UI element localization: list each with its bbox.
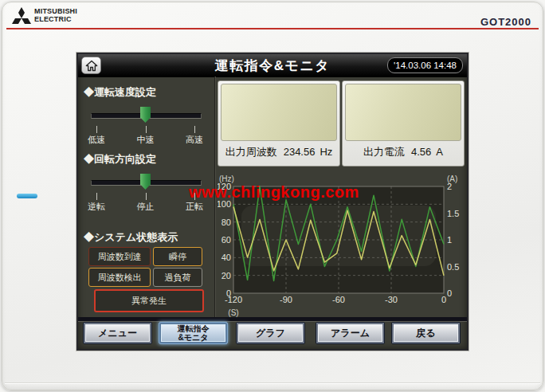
speed-slider-handle[interactable]	[140, 107, 151, 123]
datetime-display: '14.03.06 14:48	[387, 57, 463, 73]
status-lamp[interactable]: 瞬停	[153, 247, 202, 266]
svg-text:(A): (A)	[447, 174, 457, 183]
slider-tick-label[interactable]: 中速	[137, 134, 155, 146]
slider-tick-mark	[146, 193, 147, 200]
svg-text:-90: -90	[280, 295, 292, 304]
svg-text:60: 60	[222, 235, 231, 245]
slider-tick-mark	[96, 126, 97, 133]
status-lamp[interactable]: 周波数到達	[88, 247, 151, 266]
svg-text:40: 40	[222, 253, 231, 262]
slider-tick-label[interactable]: 低速	[88, 134, 105, 146]
svg-text:-120: -120	[225, 295, 242, 304]
slider-tick-mark	[96, 193, 97, 200]
svg-text:0.5: 0.5	[447, 262, 459, 272]
svg-text:80: 80	[222, 218, 231, 227]
bezel-seam	[5, 382, 540, 383]
system-status-heading: ◆システム状態表示	[84, 230, 178, 245]
nav-button[interactable]: 運転指令 &モニタ	[159, 322, 228, 344]
status-lamp[interactable]: 異常発生	[94, 289, 204, 312]
svg-text:-60: -60	[332, 295, 345, 304]
speed-setting-heading: ◆運転速度設定	[84, 85, 156, 100]
slider-tick-mark	[146, 126, 147, 133]
frequency-gauge-label: 出力周波数234.56Hz	[218, 145, 339, 159]
slider-tick-label[interactable]: 停止	[137, 201, 155, 213]
title-bar: 運転指令&モニタ '14.03.06 14:48	[78, 54, 467, 77]
svg-text:(S): (S)	[228, 308, 238, 317]
svg-text:-30: -30	[385, 295, 398, 304]
frequency-gauge-panel: 020406080100120 出力周波数234.56Hz	[218, 80, 340, 167]
slider-tick-label[interactable]: 逆転	[88, 201, 105, 213]
nav-button[interactable]: 戻る	[391, 322, 461, 344]
nav-button[interactable]: アラーム	[316, 322, 385, 344]
got2000-device: MITSUBISHI ELECTRIC GOT2000 運転指令&モニタ '14…	[2, 2, 543, 390]
current-gauge-panel: 00.511.52 出力電流4.56A	[342, 80, 465, 167]
slider-tick-label[interactable]: 正転	[186, 201, 203, 213]
svg-text:1: 1	[447, 235, 452, 245]
touch-screen: 運転指令&モニタ '14.03.06 14:48 ◆運転速度設定 低速中速高速 …	[76, 53, 469, 351]
brand-line2: ELECTRIC	[34, 16, 77, 24]
svg-text:0: 0	[447, 288, 452, 298]
direction-slider-handle[interactable]	[140, 174, 151, 190]
slider-tick-mark	[194, 126, 195, 133]
svg-text:(Hz): (Hz)	[219, 174, 234, 183]
status-lamp[interactable]: 過負荷	[153, 268, 202, 287]
current-gauge: 00.511.52	[345, 84, 461, 141]
got2000-logo: GOT2000	[480, 16, 531, 28]
current-gauge-label: 出力電流4.56A	[343, 145, 464, 159]
svg-text:1.5: 1.5	[447, 209, 459, 218]
mitsubishi-diamonds-icon	[12, 7, 31, 24]
watermark-text: www.chlingkong.com	[189, 183, 359, 202]
bezel-red-stripe	[6, 28, 539, 29]
nav-button[interactable]: メニュー	[83, 322, 152, 344]
svg-text:0: 0	[441, 295, 446, 304]
mitsubishi-logo: MITSUBISHI ELECTRIC	[12, 7, 77, 24]
frequency-gauge: 020406080100120	[221, 84, 337, 141]
direction-setting-heading: ◆回転方向設定	[84, 152, 156, 167]
status-lamp[interactable]: 周波数検出	[88, 268, 151, 287]
slider-tick-label[interactable]: 高速	[186, 134, 203, 146]
svg-text:20: 20	[222, 271, 231, 280]
power-led	[17, 194, 37, 198]
nav-button[interactable]: グラフ	[236, 322, 305, 344]
